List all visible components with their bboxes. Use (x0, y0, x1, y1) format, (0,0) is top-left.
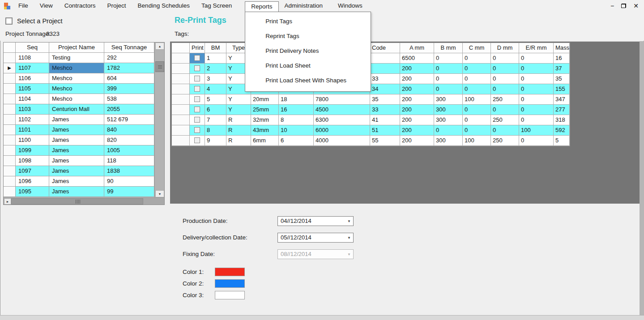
tag-a-mm-cell[interactable]: 200 (400, 94, 434, 105)
tag-code-cell[interactable] (370, 53, 400, 64)
project-seq-cell[interactable]: 1108 (16, 53, 49, 63)
row-selector-cell[interactable] (4, 176, 16, 187)
tag-b-mm-cell[interactable]: 0 (434, 53, 463, 64)
tags-header-a-mm[interactable]: A mm (400, 43, 434, 53)
print-checkbox[interactable] (194, 107, 200, 112)
tag-type-cell[interactable]: Y (226, 105, 251, 115)
project-name-cell[interactable]: Centurion Mall (49, 104, 104, 115)
project-tonnage-cell[interactable]: 1782 (104, 63, 154, 73)
scroll-right-icon[interactable]: ► (4, 198, 11, 205)
menu-item-reports[interactable]: Reports Print Tags Reprint Tags Print De… (245, 1, 278, 12)
tag-c-mm-cell[interactable]: 0 (463, 105, 491, 115)
tag-a-mm-cell[interactable]: 200 (400, 105, 434, 115)
color3-swatch[interactable] (215, 291, 245, 299)
project-tonnage-cell[interactable]: 538 (104, 94, 154, 104)
menu-item-print-load-sheet-with-shapes[interactable]: Print Load Sheet With Shapes (245, 73, 371, 88)
tag-code-cell[interactable] (370, 64, 400, 74)
project-name-cell[interactable]: Meshco (49, 63, 104, 73)
tag-d-mm-cell[interactable]: 250 (491, 136, 519, 146)
tag-b-mm-cell[interactable]: 0 (434, 125, 463, 136)
tag-d-mm-cell[interactable]: 0 (491, 125, 519, 136)
row-selector-cell[interactable] (4, 145, 16, 156)
tag-mass-cell[interactable]: 155 (554, 84, 570, 94)
tag-row[interactable]: 8R43mm10600051200000100592 (172, 125, 570, 136)
projects-vertical-scrollbar[interactable]: ▲ ▼ (154, 43, 164, 197)
project-seq-cell[interactable]: 1099 (16, 145, 49, 156)
project-row[interactable]: 1102James512 679 (4, 115, 154, 125)
row-selector-cell[interactable] (172, 53, 190, 64)
scroll-up-icon[interactable]: ▲ (155, 43, 164, 50)
menu-item-view[interactable]: View (34, 0, 59, 12)
project-name-cell[interactable]: James (49, 115, 104, 125)
vertical-scroll-thumb[interactable] (155, 61, 164, 72)
menu-item-tag-screen[interactable]: Tag Screen (196, 0, 238, 12)
tag-b-mm-cell[interactable]: 0 (434, 64, 463, 74)
tag-er-mm-cell[interactable]: 0 (519, 64, 554, 74)
tag-bm-cell[interactable]: 5 (205, 94, 226, 105)
tags-header-d-mm[interactable]: D mm (491, 43, 519, 53)
tag-print-cell[interactable] (190, 125, 205, 136)
project-row[interactable]: 1106Meshco604 (4, 73, 154, 84)
tag-d-mm-cell[interactable]: 0 (491, 84, 519, 94)
project-tonnage-cell[interactable]: 512 679 (104, 115, 154, 125)
row-selector-cell[interactable] (172, 84, 190, 94)
tag-er-mm-cell[interactable]: 0 (519, 53, 554, 64)
project-name-cell[interactable]: James (49, 125, 104, 135)
tag-bm-cell[interactable]: 7 (205, 115, 226, 125)
project-row[interactable]: 1104Meshco538 (4, 94, 154, 104)
tag-print-cell[interactable] (190, 64, 205, 74)
row-selector-cell[interactable] (172, 64, 190, 74)
tag-mass-cell[interactable]: 318 (554, 115, 570, 125)
tag-bm-cell[interactable]: 8 (205, 125, 226, 136)
project-name-cell[interactable]: Meshco (49, 94, 104, 104)
print-checkbox[interactable] (194, 65, 200, 71)
tag-er-mm-cell[interactable]: 0 (519, 84, 554, 94)
print-checkbox[interactable] (194, 127, 200, 133)
tag-a-mm-cell[interactable]: 200 (400, 125, 434, 136)
tag-d-mm-cell[interactable]: 0 (491, 105, 519, 115)
print-checkbox[interactable] (194, 96, 200, 102)
delivery-date-combo[interactable]: 05//12/2014 ▼ (277, 233, 354, 243)
current-row-arrow-icon[interactable]: ▶ (4, 63, 16, 73)
row-selector-cell[interactable] (172, 94, 190, 105)
project-tonnage-cell[interactable]: 1005 (104, 145, 154, 156)
tag-d-mm-cell[interactable]: 0 (491, 64, 519, 74)
projects-header-seq[interactable]: Seq (16, 43, 49, 53)
row-selector-cell[interactable] (172, 105, 190, 115)
project-seq-cell[interactable]: 1102 (16, 115, 49, 125)
row-selector-cell[interactable] (4, 115, 16, 125)
project-seq-cell[interactable]: 1100 (16, 135, 49, 145)
tag-c-mm-cell[interactable]: 0 (463, 64, 491, 74)
project-name-cell[interactable]: Meshco (49, 73, 104, 84)
menu-item-print-delivery-notes[interactable]: Print Delivery Notes (245, 43, 371, 58)
tag-col4-cell[interactable]: 32mm (251, 115, 279, 125)
tag-type-cell[interactable]: R (226, 125, 251, 136)
project-seq-cell[interactable]: 1106 (16, 73, 49, 84)
tag-a-mm-cell[interactable]: 200 (400, 136, 434, 146)
tag-a-mm-cell[interactable]: 200 (400, 64, 434, 74)
tag-print-cell[interactable] (190, 105, 205, 115)
menu-item-contractors[interactable]: Contractors (59, 0, 102, 12)
tag-col6-cell[interactable]: 6300 (314, 115, 370, 125)
tag-er-mm-cell[interactable]: 0 (519, 74, 554, 84)
project-row[interactable]: 1098James118 (4, 156, 154, 166)
scroll-down-icon[interactable]: ▼ (155, 190, 164, 197)
tag-c-mm-cell[interactable]: 0 (463, 125, 491, 136)
tag-col5-cell[interactable]: 8 (279, 115, 314, 125)
tag-row[interactable]: 5Y20mm187800352003001002500347 (172, 94, 570, 105)
menu-item-project[interactable]: Project (102, 0, 132, 12)
projects-header-tonnage[interactable]: Seq Tonnage (104, 43, 154, 53)
project-seq-cell[interactable]: 1095 (16, 187, 49, 197)
tag-a-mm-cell[interactable]: 6500 (400, 53, 434, 64)
tag-b-mm-cell[interactable]: 300 (434, 94, 463, 105)
tags-header-print[interactable]: Print (190, 43, 205, 53)
project-name-cell[interactable]: James (49, 176, 104, 187)
tag-mass-cell[interactable]: 347 (554, 94, 570, 105)
menu-item-administration[interactable]: Administration (279, 0, 329, 12)
tag-d-mm-cell[interactable]: 0 (491, 74, 519, 84)
tag-c-mm-cell[interactable]: 0 (463, 84, 491, 94)
tag-bm-cell[interactable]: 2 (205, 64, 226, 74)
project-name-cell[interactable]: Testing (49, 53, 104, 63)
menu-item-bending-schedules[interactable]: Bending Schedules (132, 0, 196, 12)
tag-c-mm-cell[interactable]: 0 (463, 53, 491, 64)
